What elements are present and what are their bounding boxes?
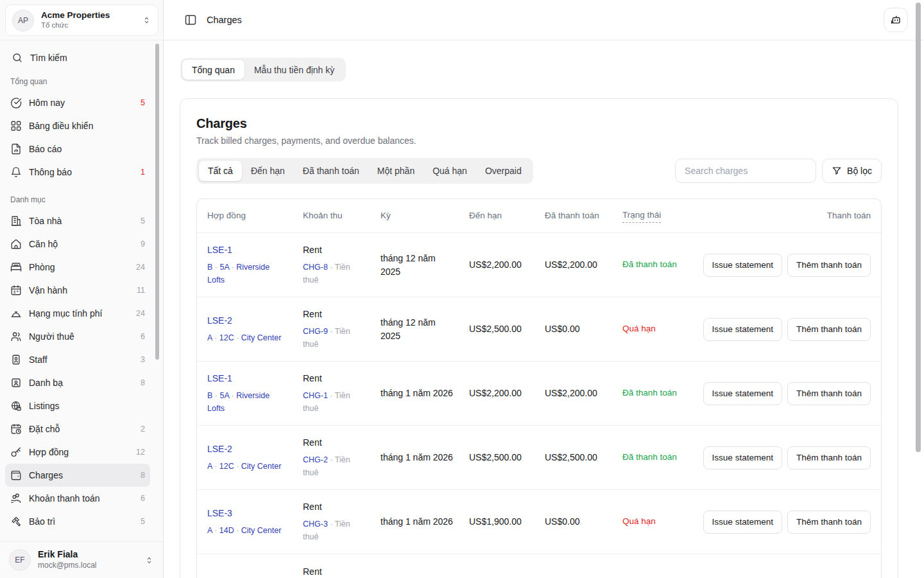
status-cell: Đã thanh toán (612, 426, 685, 489)
unit-line: B · 5A · Riverside Lofts (207, 261, 287, 286)
filter-button[interactable]: Bộ lọc (822, 159, 882, 183)
charge-type: Rent (303, 500, 322, 513)
col-header-period: Kỳ (370, 199, 459, 232)
search-input[interactable] (675, 159, 816, 183)
count-badge: 5 (141, 98, 145, 107)
sidebar-item-khoan-thanh-toan[interactable]: Khoản thanh toán6 (5, 487, 150, 510)
sidebar-item-charges[interactable]: Charges8 (5, 464, 150, 487)
count-badge: 24 (136, 263, 145, 272)
assistant-bot-button[interactable] (884, 8, 908, 32)
table-body: LSE-1B · 5A · Riverside LoftsRentCHG-8 ·… (197, 232, 881, 578)
col-header-charge: Khoản thu (293, 199, 370, 232)
sidebar-item-bao-cao[interactable]: Báo cáo (5, 137, 150, 161)
sidebar-item-listings[interactable]: Listings (5, 394, 150, 417)
sidebar-item-nguoi-thue[interactable]: Người thuê6 (5, 325, 150, 348)
count-badge: 8 (141, 471, 145, 480)
unit-line: B · 5A · Riverside Lofts (207, 389, 287, 415)
col-header-actions: Thanh toán (685, 199, 881, 232)
hand-coins-icon (10, 493, 22, 504)
unit-link[interactable]: A (207, 462, 212, 471)
sidebar-search[interactable]: Tìm kiếm (5, 48, 150, 68)
tab-mau-thu-tien-inh-ky[interactable]: Mẫu thu tiền định kỳ (244, 60, 344, 80)
bell-concierge-icon (10, 308, 22, 319)
org-type: Tổ chức (41, 21, 135, 30)
tab-tong-quan[interactable]: Tổng quan (182, 60, 244, 80)
unit-link[interactable]: 12C (219, 333, 234, 342)
unit-link[interactable]: 5A (219, 391, 229, 400)
filter-tab-en-han[interactable]: Đến hạn (242, 161, 294, 181)
sidebar-item-hom-nay[interactable]: Hôm nay5 (5, 91, 150, 114)
sidebar-item-hang-muc-tinh-phi[interactable]: Hạng mục tính phí24 (5, 302, 150, 325)
charge-id-link[interactable]: CHG-2 (303, 455, 328, 464)
filter-tab-a-thanh-toan[interactable]: Đã thanh toán (294, 161, 368, 181)
sidebar-item-hop-ong[interactable]: Hợp đồng12 (5, 441, 150, 464)
sidebar-item-phong[interactable]: Phòng24 (5, 256, 150, 279)
period-cell: tháng 1 năm 2026 (370, 362, 459, 425)
page-scrollbar[interactable] (916, 3, 921, 452)
sidebar-item-label: Hôm nay (29, 98, 133, 108)
org-avatar: AP (12, 10, 34, 31)
filter-tab-qua-han[interactable]: Quá hạn (424, 161, 476, 181)
unit-link[interactable]: City Center (241, 462, 282, 471)
charge-id-link[interactable]: CHG-9 (303, 327, 328, 336)
sidebar-item-toa-nha[interactable]: Tòa nhà5 (5, 209, 150, 232)
add-payment-button[interactable]: Thêm thanh toán (787, 446, 871, 469)
lease-link[interactable]: LSE-2 (207, 314, 232, 327)
unit-link[interactable]: A (207, 333, 212, 342)
search-label: Tìm kiếm (30, 53, 67, 63)
unit-link[interactable]: 12C (219, 462, 234, 471)
lease-link[interactable]: LSE-1 (207, 243, 232, 256)
sidebar-nav: Tổng quanHôm nay5Bảng điều khiểnBáo cáoT… (5, 71, 150, 541)
card-title: Charges (196, 116, 882, 131)
lease-cell: LSE-2A · 12C · City Center (197, 297, 293, 361)
filter-tab-overpaid[interactable]: Overpaid (476, 161, 531, 181)
status-cell (612, 554, 685, 578)
sidebar-toggle-icon[interactable] (184, 13, 197, 26)
charge-id-link[interactable]: CHG-1 (303, 391, 328, 400)
user-menu[interactable]: EF Erik Fiala mock@pms.local (0, 541, 163, 578)
add-payment-button[interactable]: Thêm thanh toán (787, 318, 871, 341)
unit-link[interactable]: City Center (241, 333, 282, 342)
sidebar-item-at-cho[interactable]: Đặt chỗ2 (5, 417, 150, 441)
sidebar-scrollbar[interactable] (155, 44, 159, 360)
sidebar-item-thong-bao[interactable]: Thông báo1 (5, 161, 150, 184)
unit-link[interactable]: 5A (219, 263, 229, 272)
add-payment-button[interactable]: Thêm thanh toán (787, 382, 871, 405)
sidebar-item-van-hanh[interactable]: Vận hành11 (5, 279, 150, 302)
sidebar-item-bao-tri[interactable]: Bảo trì5 (5, 510, 150, 533)
issue-statement-button[interactable]: Issue statement (703, 318, 782, 341)
lease-cell: LSE-3A · 14D · City Center (197, 490, 293, 554)
issue-statement-button[interactable]: Issue statement (703, 254, 782, 277)
issue-statement-button[interactable]: Issue statement (703, 511, 782, 534)
paid-cell: US$0.00 (535, 297, 612, 361)
issue-statement-button[interactable]: Issue statement (703, 382, 782, 405)
sidebar-item-danh-ba[interactable]: Danh bạ8 (5, 371, 150, 394)
issue-statement-button[interactable]: Issue statement (703, 446, 782, 469)
org-switcher[interactable]: AP Acme Properties Tổ chức (5, 4, 158, 36)
add-payment-button[interactable]: Thêm thanh toán (787, 254, 871, 277)
unit-link[interactable]: 14D (219, 526, 234, 535)
section-label-tong-quan: Tổng quan (10, 77, 145, 86)
sidebar-item-bang-ieu-khien[interactable]: Bảng điều khiển (5, 114, 150, 137)
filter-tab-mot-phan[interactable]: Một phần (368, 161, 424, 181)
count-badge: 2 (141, 425, 145, 434)
add-payment-button[interactable]: Thêm thanh toán (787, 511, 871, 534)
due-cell: US$2,200.00 (459, 362, 535, 425)
sidebar-item-label: Phòng (29, 262, 129, 272)
charges-table: Hợp đồng Khoản thu Kỳ Đến hạn Đã thanh t… (196, 198, 882, 578)
unit-link[interactable]: City Center (241, 526, 282, 535)
sidebar-item-label: Staff (29, 355, 133, 365)
sidebar-item-can-ho[interactable]: Căn hộ9 (5, 232, 150, 256)
unit-link[interactable]: A (207, 526, 212, 535)
lease-link[interactable]: LSE-3 (207, 507, 232, 520)
sidebar-item-staff[interactable]: Staff3 (5, 348, 150, 371)
filter-tab-tat-ca[interactable]: Tất cả (199, 161, 242, 181)
lease-link[interactable]: LSE-1 (207, 372, 232, 385)
sidebar-item-label: Listings (29, 401, 145, 411)
lease-cell (197, 554, 293, 578)
charge-id-link[interactable]: CHG-8 (303, 263, 328, 272)
col-header-status[interactable]: Trạng thái (612, 199, 685, 232)
charge-id-link[interactable]: CHG-3 (303, 520, 328, 529)
lease-link[interactable]: LSE-2 (207, 442, 232, 455)
charge-cell: RentCHG-3 · Tiền thuê (293, 490, 370, 554)
